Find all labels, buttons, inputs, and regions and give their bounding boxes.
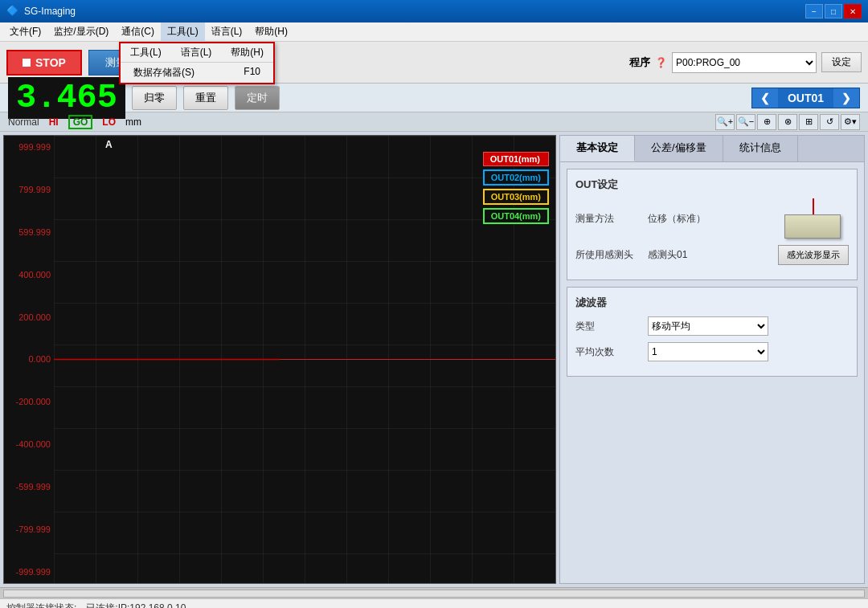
y-label-4: 200.000: [7, 312, 51, 322]
chart-svg: [54, 136, 555, 583]
method-value: 位移（标准）: [648, 212, 706, 226]
window-controls: − □ ✕: [805, 4, 862, 18]
program-set-button[interactable]: 设定: [821, 52, 862, 72]
y-label-6: -200.000: [7, 397, 51, 406]
right-panel: 基本设定 公差/偏移量 统计信息 OUT设定 测量方法 位移（标准） 所使用感测…: [559, 135, 865, 584]
dropdown-header-row: 工具(L) 语言(L) 帮助(H): [121, 43, 273, 62]
close-button[interactable]: ✕: [844, 4, 862, 18]
out-navigation: ❮ OUT01 ❯: [751, 88, 860, 108]
chart-y-labels: 999.999 799.999 599.999 400.000 200.000 …: [4, 136, 54, 583]
zoom-controls: 🔍+ 🔍− ⊕ ⊗ ⊞ ↺ ⚙▾: [715, 114, 860, 130]
maximize-button[interactable]: □: [825, 4, 842, 18]
out-settings-section: OUT设定 测量方法 位移（标准） 所使用感测头 感测头01 感光波形显示: [567, 169, 858, 280]
y-label-2: 599.999: [7, 227, 51, 237]
dropdown-tools-tab[interactable]: 工具(L): [121, 43, 171, 62]
zoom-auto-button[interactable]: ⊗: [778, 114, 797, 130]
legend-out4[interactable]: OUT04(mm): [483, 208, 549, 224]
chart-canvas: A OUT01(mm) OUT02(mm) OUT03(mm) OUT04(mm…: [54, 136, 555, 583]
y-label-3: 400.000: [7, 270, 51, 280]
dropdown-help-tab[interactable]: 帮助(H): [221, 43, 273, 62]
zoom-fit-button[interactable]: ⊕: [757, 114, 776, 130]
program-help-icon[interactable]: ❓: [655, 57, 667, 68]
status-go: GO: [68, 115, 93, 129]
menu-file[interactable]: 文件(F): [3, 22, 47, 42]
status-normal: Normal: [8, 116, 39, 128]
zoom-in-button[interactable]: 🔍+: [715, 114, 735, 130]
measurement-value: 3.465: [8, 77, 125, 119]
out-nav-label: OUT01: [778, 88, 833, 108]
sensor-box: [784, 214, 841, 239]
program-row: 程序 ❓ P00:PROG_00 设定: [629, 52, 862, 73]
dropdown-item-label: 数据存储器(S): [133, 66, 194, 80]
legend-out2[interactable]: OUT02(mm): [483, 169, 549, 186]
zero-button[interactable]: 归零: [132, 86, 177, 110]
method-label: 测量方法: [575, 212, 640, 226]
menu-tools[interactable]: 工具(L): [161, 22, 205, 42]
menu-comms[interactable]: 通信(C): [115, 22, 161, 42]
horizontal-scrollbar[interactable]: [0, 587, 868, 598]
menubar: 文件(F) 监控/显示(D) 通信(C) 工具(L) 语言(L) 帮助(H) 工…: [0, 22, 868, 42]
waveform-button[interactable]: 感光波形显示: [778, 245, 849, 265]
filter-avg-label: 平均次数: [575, 345, 640, 359]
status-line: 控制器连接状态:---已连接:IP:192.168.0.10: [0, 598, 868, 608]
refresh-button[interactable]: ↺: [820, 114, 839, 130]
tabs-row: 基本设定 公差/偏移量 统计信息: [560, 136, 864, 162]
out-settings-title: OUT设定: [575, 178, 849, 192]
y-label-10: -999.999: [7, 567, 51, 577]
sensor-diagram: [784, 198, 849, 239]
titlebar-title: SG-Imaging: [24, 6, 805, 17]
y-label-9: -799.999: [7, 524, 51, 534]
stop-button[interactable]: STOP: [6, 50, 82, 75]
status-lo: LO: [102, 116, 116, 128]
tab-basic-settings[interactable]: 基本设定: [560, 136, 635, 161]
filter-type-select[interactable]: 移动平均低通高通: [648, 316, 768, 336]
tools-dropdown: 工具(L) 语言(L) 帮助(H) 数据存储器(S) F10: [119, 42, 275, 84]
app-icon: 🔷: [6, 5, 19, 18]
dropdown-data-storage[interactable]: 数据存储器(S) F10: [121, 63, 273, 83]
settings-small-button[interactable]: ⚙▾: [841, 114, 860, 130]
legend-out3[interactable]: OUT03(mm): [483, 189, 549, 205]
reset-button[interactable]: 重置: [183, 86, 228, 110]
unit-label: mm: [125, 116, 141, 128]
dropdown-item-shortcut: F10: [244, 66, 260, 80]
program-label: 程序: [629, 55, 650, 70]
minimize-button[interactable]: −: [805, 4, 823, 18]
chart-legend: OUT01(mm) OUT02(mm) OUT03(mm) OUT04(mm): [483, 152, 549, 224]
status-hi: HI: [49, 116, 59, 128]
chart-a-label: A: [105, 139, 113, 150]
sensor-row: 所使用感测头 感测头01 感光波形显示: [575, 245, 849, 265]
y-label-8: -599.999: [7, 482, 51, 492]
main-content: 999.999 799.999 599.999 400.000 200.000 …: [0, 132, 868, 587]
legend-out1[interactable]: OUT01(mm): [483, 152, 549, 166]
y-label-5: 0.000: [7, 354, 51, 364]
out-next-button[interactable]: ❯: [833, 88, 859, 108]
out-prev-button[interactable]: ❮: [752, 88, 778, 108]
menu-help[interactable]: 帮助(H): [248, 22, 294, 42]
filter-title: 滤波器: [575, 296, 849, 310]
y-label-7: -400.000: [7, 439, 51, 449]
connection-status: 控制器连接状态:---已连接:IP:192.168.0.10: [6, 602, 186, 608]
menu-monitor[interactable]: 监控/显示(D): [47, 22, 115, 42]
sensor-pin: [813, 198, 814, 214]
menu-lang[interactable]: 语言(L): [205, 22, 249, 42]
tab-tolerance[interactable]: 公差/偏移量: [635, 136, 723, 161]
scrollbar-track[interactable]: [3, 590, 865, 598]
stop-icon: [23, 59, 31, 67]
chart-area: 999.999 799.999 599.999 400.000 200.000 …: [3, 135, 556, 584]
dropdown-lang-tab[interactable]: 语言(L): [171, 43, 222, 62]
sensor-label: 所使用感测头: [575, 248, 640, 262]
filter-type-label: 类型: [575, 320, 640, 333]
timer-button[interactable]: 定时: [235, 86, 280, 110]
sensor-value: 感测头01: [648, 248, 687, 262]
filter-avg-row: 平均次数 12481632: [575, 342, 849, 361]
scale-button[interactable]: ⊞: [799, 114, 818, 130]
filter-type-row: 类型 移动平均低通高通: [575, 316, 849, 336]
measurement-toolbar: 3.465 归零 重置 定时 ❮ OUT01 ❯: [0, 84, 868, 112]
filter-avg-select[interactable]: 12481632: [648, 342, 768, 361]
program-select[interactable]: P00:PROG_00: [672, 52, 817, 73]
stop-label: STOP: [35, 56, 66, 69]
tab-statistics[interactable]: 统计信息: [723, 136, 798, 161]
y-label-0: 999.999: [7, 142, 51, 152]
y-label-1: 799.999: [7, 185, 51, 194]
zoom-out-button[interactable]: 🔍−: [736, 114, 755, 130]
